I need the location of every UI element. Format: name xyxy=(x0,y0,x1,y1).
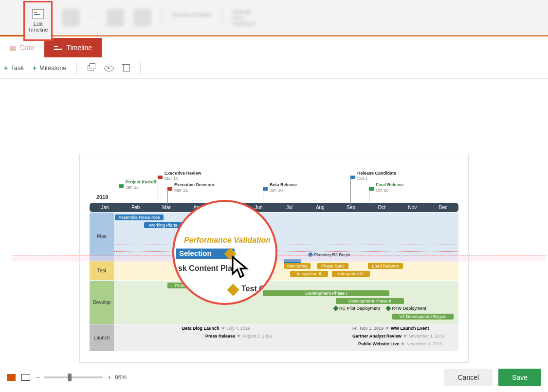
magnified-content-plan: sk Content Pla xyxy=(178,264,232,273)
tab-timeline[interactable]: Timeline xyxy=(44,38,102,57)
task-bar[interactable]: Development Phase II xyxy=(336,298,404,304)
delete-button[interactable] xyxy=(122,64,130,72)
task-bar[interactable]: Development Phase I xyxy=(263,290,389,296)
add-milestone-button[interactable]: +Milestone xyxy=(33,64,67,72)
edit-timeline-label-1: Edit xyxy=(34,21,43,27)
cursor-icon xyxy=(231,255,250,283)
copy-icon xyxy=(87,64,95,72)
selection-rail xyxy=(12,255,546,262)
trash-icon xyxy=(122,64,130,72)
ribbon-blurred: ····· Timeline Position····· SettingsHel… xyxy=(53,0,548,35)
month-cell: Jan xyxy=(90,203,120,212)
month-header: JanFebMarAprMayJunJulAugSepOctNovDec xyxy=(90,203,458,212)
launch-event[interactable]: Public Website Live★November 1, 2019 xyxy=(358,341,442,346)
month-cell: Jul xyxy=(274,203,305,212)
task-bar[interactable]: Monitoring xyxy=(284,263,311,269)
view-mode-fill[interactable] xyxy=(7,374,16,381)
diamond-icon xyxy=(227,284,239,296)
month-cell: Dec xyxy=(428,203,458,212)
tab-data-label: Data xyxy=(20,44,35,52)
milestone[interactable]: RC Pilot Deployment xyxy=(334,306,380,311)
milestone-flag[interactable]: Final ReleaseOct 20 xyxy=(369,182,404,203)
edit-timeline-label-2: Timeline xyxy=(28,27,48,33)
task-bar[interactable]: Phase Sync xyxy=(317,263,348,269)
launch-event[interactable]: Beta Blog Launch★July 4, 2019 xyxy=(182,325,250,331)
milestone[interactable]: RTW Deployment xyxy=(386,306,426,311)
task-bar[interactable]: Assemble Resources xyxy=(115,214,164,220)
swimlane-launch-label: Launch xyxy=(90,324,114,351)
zoom-value: 86% xyxy=(115,374,127,381)
timeline-icon xyxy=(54,45,63,51)
task-bar[interactable]: Working Plans xyxy=(144,222,182,228)
launch-event[interactable]: Fri, Nov 1, 2019★WW Launch Event xyxy=(352,325,429,331)
tab-data[interactable]: ▦ Data xyxy=(0,38,44,57)
panel-tabs: ▦ Data Timeline xyxy=(0,38,548,57)
timeline: 2019 Project KickoffJan 25Executive Revi… xyxy=(90,203,458,351)
edit-timeline-button-highlighted[interactable]: Edit Timeline xyxy=(23,1,53,41)
zoom-in[interactable]: + xyxy=(108,374,111,381)
month-cell: Nov xyxy=(397,203,428,212)
view-mode-fit[interactable] xyxy=(21,374,30,381)
month-cell: Aug xyxy=(305,203,335,212)
tab-timeline-label: Timeline xyxy=(67,44,92,52)
swimlane-develop[interactable]: Develop PrototypeDevelopment Phase IDeve… xyxy=(90,280,458,324)
edit-timeline-icon xyxy=(32,9,44,19)
task-bar[interactable]: V2 Development Begins xyxy=(392,314,454,320)
footer: − + 86% Cancel Save xyxy=(0,363,548,392)
year-label: 2019 xyxy=(96,194,108,200)
editor-panel: ▦ Data Timeline +Task +Milestone 2019 Pr… xyxy=(0,38,548,392)
task-bar[interactable]: Integration III xyxy=(332,271,370,277)
month-cell: Mar xyxy=(151,203,182,212)
task-bar[interactable]: Load Balance xyxy=(368,263,403,269)
copy-button[interactable] xyxy=(87,64,95,72)
swimlane-test-label: Test xyxy=(90,261,114,280)
magnifier-overlay: Performance Validation Selection sk Cont… xyxy=(172,200,277,305)
month-cell: Oct xyxy=(366,203,397,212)
canvas[interactable]: 2019 Project KickoffJan 25Executive Revi… xyxy=(0,117,548,363)
save-button[interactable]: Save xyxy=(498,369,541,386)
magnified-perf-validation: Performance Validation xyxy=(184,236,271,245)
eye-icon xyxy=(104,64,113,72)
document-preview: 2019 Project KickoffJan 25Executive Revi… xyxy=(79,154,469,363)
launch-event[interactable]: Press Release★August 2, 2019 xyxy=(205,333,272,339)
add-task-button[interactable]: +Task xyxy=(4,64,24,72)
milestone-flag[interactable]: Beta ReleaseJun 30 xyxy=(263,182,297,203)
swimlane-develop-label: Develop xyxy=(90,281,114,324)
toolbar: +Task +Milestone xyxy=(0,57,548,79)
launch-event[interactable]: Gartner Analyst Review★November 1, 2019 xyxy=(352,333,445,339)
swimlane-launch[interactable]: Launch Beta Blog Launch★July 4, 2019Pres… xyxy=(90,324,458,351)
month-cell: Feb xyxy=(120,203,151,212)
milestone-flag[interactable]: Project KickoffJan 25 xyxy=(119,179,157,203)
zoom-out[interactable]: − xyxy=(36,374,39,381)
milestone-flag[interactable]: Executive DecisionMar 21 xyxy=(167,182,214,203)
task-bar[interactable]: Integration II xyxy=(290,271,328,277)
visibility-button[interactable] xyxy=(104,64,113,72)
cancel-button[interactable]: Cancel xyxy=(444,369,493,386)
zoom-slider[interactable] xyxy=(44,376,103,378)
swimlane-plan-label: Plan xyxy=(90,213,114,261)
